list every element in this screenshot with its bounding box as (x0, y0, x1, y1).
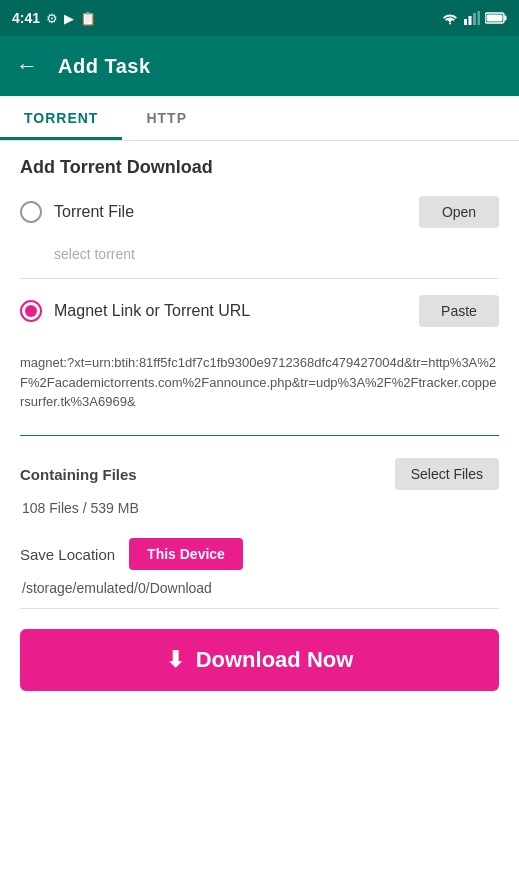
svg-rect-5 (505, 16, 507, 21)
svg-rect-6 (487, 15, 503, 22)
storage-path: /storage/emulated/0/Download (20, 570, 499, 609)
svg-rect-2 (473, 13, 476, 25)
magnet-url-input[interactable]: magnet:?xt=urn:btih:81ff5fc1df7c1fb9300e… (20, 349, 499, 436)
torrent-file-radio[interactable] (20, 201, 42, 223)
header: ← Add Task (0, 36, 519, 96)
tab-torrent[interactable]: TORRENT (0, 96, 122, 140)
torrent-file-option-row: Torrent File Open (20, 196, 499, 228)
paste-button[interactable]: Paste (419, 295, 499, 327)
magnet-radio-inner (25, 305, 37, 317)
torrent-file-label: Torrent File (54, 203, 134, 221)
select-files-button[interactable]: Select Files (395, 458, 499, 490)
battery-icon (485, 12, 507, 24)
status-bar-right (441, 11, 507, 25)
play-icon: ▶ (64, 11, 74, 26)
download-button-label: Download Now (196, 647, 354, 673)
magnet-option-row: Magnet Link or Torrent URL Paste (20, 295, 499, 327)
torrent-file-option-left: Torrent File (20, 201, 134, 223)
svg-rect-1 (469, 16, 472, 25)
page-title: Add Task (58, 55, 151, 78)
signal-icon (464, 11, 480, 25)
wifi-icon (441, 11, 459, 25)
magnet-radio[interactable] (20, 300, 42, 322)
settings-icon: ⚙ (46, 11, 58, 26)
containing-files-label: Containing Files (20, 466, 137, 483)
back-button[interactable]: ← (16, 53, 38, 79)
this-device-button[interactable]: This Device (129, 538, 243, 570)
status-bar-left: 4:41 ⚙ ▶ 📋 (12, 10, 96, 26)
download-now-button[interactable]: ⬇ Download Now (20, 629, 499, 691)
download-icon: ⬇ (166, 647, 184, 673)
tab-http[interactable]: HTTP (122, 96, 211, 140)
svg-rect-0 (464, 19, 467, 25)
save-location-label: Save Location (20, 546, 115, 563)
select-torrent-placeholder: select torrent (20, 242, 499, 274)
clipboard-icon: 📋 (80, 11, 96, 26)
save-location-row: Save Location This Device (20, 538, 499, 570)
magnet-option-left: Magnet Link or Torrent URL (20, 300, 250, 322)
open-button[interactable]: Open (419, 196, 499, 228)
containing-files-section: Containing Files Select Files (20, 458, 499, 490)
svg-rect-3 (478, 11, 481, 25)
status-time: 4:41 (12, 10, 40, 26)
magnet-label: Magnet Link or Torrent URL (54, 302, 250, 320)
section-title: Add Torrent Download (20, 157, 499, 178)
content-area: Add Torrent Download Torrent File Open s… (0, 141, 519, 872)
tabs-container: TORRENT HTTP (0, 96, 519, 141)
divider (20, 278, 499, 279)
files-info: 108 Files / 539 MB (20, 490, 499, 520)
status-bar: 4:41 ⚙ ▶ 📋 (0, 0, 519, 36)
